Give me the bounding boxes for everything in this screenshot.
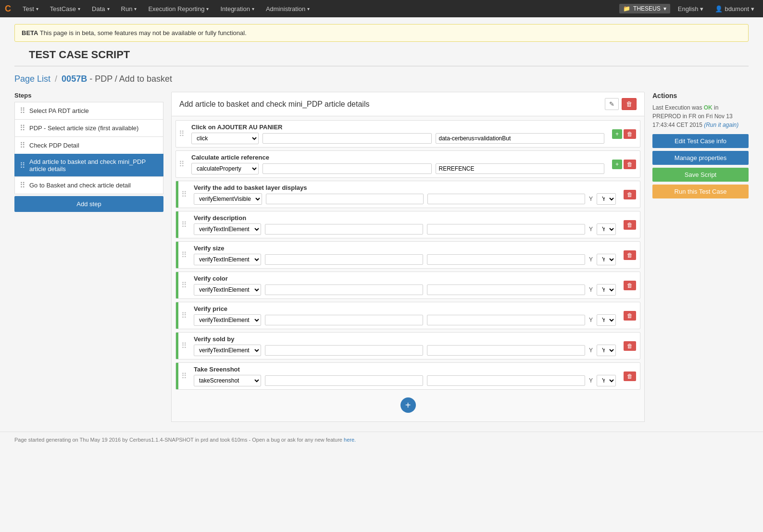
delete-action-button-4[interactable]: 🗑 <box>624 220 636 230</box>
action-method-select-8[interactable]: verifyTextInElement <box>194 345 261 356</box>
run-again-link[interactable]: (Run it again) <box>704 122 738 128</box>
action-right-controls-8: 🗑 <box>620 333 640 359</box>
action-method-select-1[interactable]: click <box>191 133 259 144</box>
drag-handle-icon: ⠿ <box>20 161 25 170</box>
nav-integration[interactable]: Integration ▾ <box>215 2 259 15</box>
action-fields-7: verifyTextInElement Y YN <box>194 314 616 326</box>
delete-action-button-8[interactable]: 🗑 <box>624 341 636 351</box>
breadcrumb-list-link[interactable]: Page List <box>14 74 50 84</box>
action-method-select-4[interactable]: verifyTextInElement <box>194 223 261 235</box>
nav-test[interactable]: Test ▾ <box>18 2 43 15</box>
nav-testcase[interactable]: TestCase ▾ <box>45 2 85 15</box>
action-sep-input-4[interactable] <box>265 224 423 235</box>
language-selector[interactable]: English ▾ <box>674 3 708 14</box>
action-sep-input-2[interactable] <box>263 163 432 174</box>
action-value-input-6[interactable] <box>427 285 585 295</box>
action-value-input-7[interactable] <box>427 315 585 325</box>
action-y-select-4[interactable]: YN <box>597 223 616 235</box>
nav-exec-reporting[interactable]: Execution Reporting ▾ <box>143 2 213 15</box>
step-item-3[interactable]: ⠿ Check PDP Detail <box>14 136 163 154</box>
action-title-7: Verify price <box>194 305 616 312</box>
steps-label: Steps <box>14 92 163 99</box>
action-value-input-8[interactable] <box>427 345 585 356</box>
action-y-select-9[interactable]: YN <box>597 375 616 386</box>
action-sep-input-5[interactable] <box>265 254 423 265</box>
action-value-input-3[interactable] <box>427 194 585 204</box>
add-action-circle-button[interactable]: + <box>400 397 416 413</box>
drag-handle-icon: ⠿ <box>178 333 190 359</box>
action-value-input-2[interactable] <box>436 163 605 174</box>
action-y-select-7[interactable]: YN <box>597 314 616 326</box>
action-value-input-1[interactable] <box>436 133 605 144</box>
edit-test-case-info-button[interactable]: Edit Test Case info <box>652 134 749 148</box>
manage-properties-button[interactable]: Manage properties <box>652 151 749 165</box>
nav-run[interactable]: Run ▾ <box>116 2 142 15</box>
action-right-controls-3: 🗑 <box>620 181 640 208</box>
action-sep-input-9[interactable] <box>265 375 423 386</box>
add-step-button[interactable]: Add step <box>14 196 163 212</box>
step-label: Add article to basket and check mini_PDP… <box>29 158 158 173</box>
action-fields-4: verifyTextInElement Y YN <box>194 223 616 235</box>
action-y-select-5[interactable]: YN <box>597 254 616 265</box>
step-item-1[interactable]: ⠿ Select PA RDT article <box>14 102 163 119</box>
project-selector[interactable]: 📁 THESEUS ▾ <box>619 4 670 13</box>
delete-step-button[interactable]: 🗑 <box>622 98 637 110</box>
action-method-select-2[interactable]: calculateProperty <box>191 163 259 174</box>
drag-handle-icon: ⠿ <box>176 121 188 147</box>
action-title-5: Verify size <box>194 245 616 252</box>
nav-administration[interactable]: Administration ▾ <box>261 2 314 15</box>
delete-action-button-2[interactable]: 🗑 <box>624 160 636 169</box>
delete-action-button-1[interactable]: 🗑 <box>624 129 636 139</box>
folder-icon: 📁 <box>623 5 630 12</box>
action-value-input-9[interactable] <box>427 375 585 386</box>
delete-action-button-7[interactable]: 🗑 <box>624 311 636 321</box>
action-sep-input-8[interactable] <box>265 345 423 356</box>
action-method-select-5[interactable]: verifyTextInElement <box>194 254 261 265</box>
action-content-5: Verify size verifyTextInElement Y YN <box>190 242 620 268</box>
step-item-5[interactable]: ⠿ Go to Basket and check article detail <box>14 176 163 194</box>
action-value-input-5[interactable] <box>427 254 585 265</box>
breadcrumb-id-link[interactable]: 0057B <box>62 74 87 84</box>
action-sep-input-3[interactable] <box>266 194 424 204</box>
delete-action-button-5[interactable]: 🗑 <box>624 250 636 260</box>
edit-step-button[interactable]: ✎ <box>605 98 619 110</box>
action-y-select-3[interactable]: YN <box>597 193 616 205</box>
run-test-case-button[interactable]: Run this Test Case <box>652 185 749 198</box>
chevron-down-icon: ▾ <box>107 6 110 12</box>
chevron-down-icon: ▾ <box>700 5 703 12</box>
action-sep-input-1[interactable] <box>263 133 432 144</box>
action-sep-input-6[interactable] <box>265 285 423 295</box>
chevron-down-icon: ▾ <box>252 6 254 12</box>
delete-action-button-6[interactable]: 🗑 <box>624 281 636 290</box>
action-value-input-4[interactable] <box>427 224 585 235</box>
add-action-button-2[interactable]: + <box>612 160 622 169</box>
action-method-select-7[interactable]: verifyTextInElement <box>194 314 261 326</box>
step-header: Add article to basket and check mini_PDP… <box>171 92 645 116</box>
last-execution-info: Last Execution was OK in PREPROD in FR o… <box>652 103 749 129</box>
footer-link[interactable]: here. <box>344 437 356 443</box>
breadcrumb-separator: / <box>55 74 57 84</box>
chevron-down-icon: ▾ <box>78 6 80 12</box>
action-method-select-9[interactable]: takeScreenshot <box>194 375 261 386</box>
nav-data[interactable]: Data ▾ <box>87 2 114 15</box>
action-right-controls-5: 🗑 <box>620 242 640 268</box>
last-exec-prefix: Last Execution was <box>652 104 702 111</box>
delete-action-button-9[interactable]: 🗑 <box>624 371 636 381</box>
delete-action-button-3[interactable]: 🗑 <box>624 190 636 199</box>
action-y-select-8[interactable]: YN <box>597 345 616 356</box>
action-y-select-6[interactable]: YN <box>597 284 616 296</box>
drag-handle-icon: ⠿ <box>178 211 190 238</box>
action-method-select-3[interactable]: verifyElementVisible <box>194 193 262 205</box>
user-menu[interactable]: 👤 bdumont ▾ <box>711 3 758 14</box>
y-label-8: Y <box>589 347 593 354</box>
action-method-select-6[interactable]: verifyTextInElement <box>194 284 261 296</box>
save-script-button[interactable]: Save Script <box>652 168 749 182</box>
step-label: PDP - Select article size (first availab… <box>29 124 138 132</box>
username: bdumont <box>725 5 749 12</box>
breadcrumb: Page List / 0057B - PDP / Add to basket <box>0 74 763 92</box>
action-fields-3: verifyElementVisible Y YN <box>194 193 616 205</box>
step-item-4[interactable]: ⠿ Add article to basket and check mini_P… <box>14 154 163 176</box>
add-action-button-1[interactable]: + <box>612 129 622 139</box>
step-item-2[interactable]: ⠿ PDP - Select article size (first avail… <box>14 119 163 136</box>
action-sep-input-7[interactable] <box>265 315 423 325</box>
